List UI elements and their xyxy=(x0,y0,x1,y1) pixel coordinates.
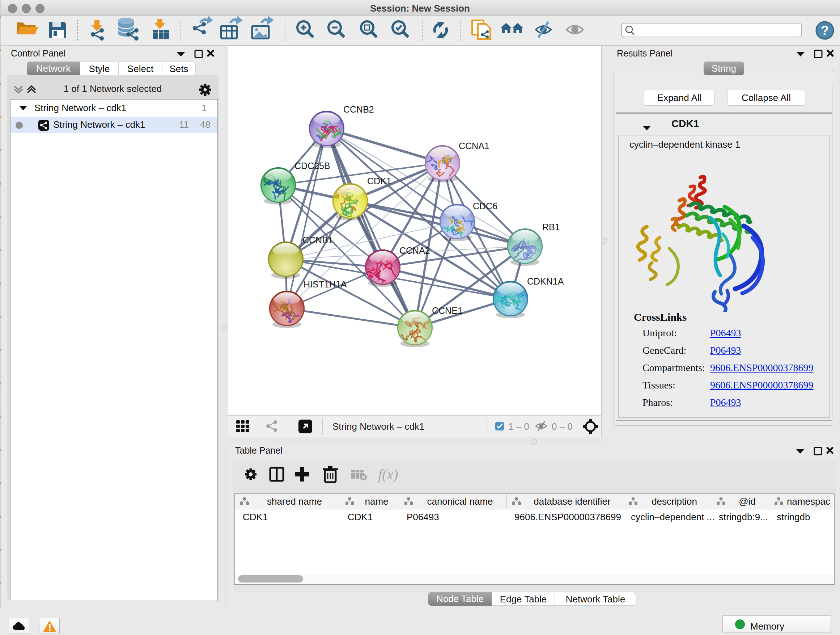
svg-text:CDC6: CDC6 xyxy=(473,201,497,211)
svg-text:RB1: RB1 xyxy=(542,222,560,232)
svg-text:CDC25B: CDC25B xyxy=(294,161,330,171)
svg-text:f(x): f(x) xyxy=(378,466,398,483)
svg-text:CCNE1: CCNE1 xyxy=(432,306,463,316)
svg-text:CCNB1: CCNB1 xyxy=(302,235,333,245)
svg-text:CDK1: CDK1 xyxy=(367,176,392,186)
svg-text:CCNA1: CCNA1 xyxy=(459,141,489,151)
svg-text:CDKN1A: CDKN1A xyxy=(527,276,564,287)
svg-text:CCNB2: CCNB2 xyxy=(343,104,374,114)
svg-text:HIST1H1A: HIST1H1A xyxy=(303,279,347,289)
svg-text:?: ? xyxy=(821,23,829,38)
svg-text:CCNA2: CCNA2 xyxy=(399,245,430,256)
